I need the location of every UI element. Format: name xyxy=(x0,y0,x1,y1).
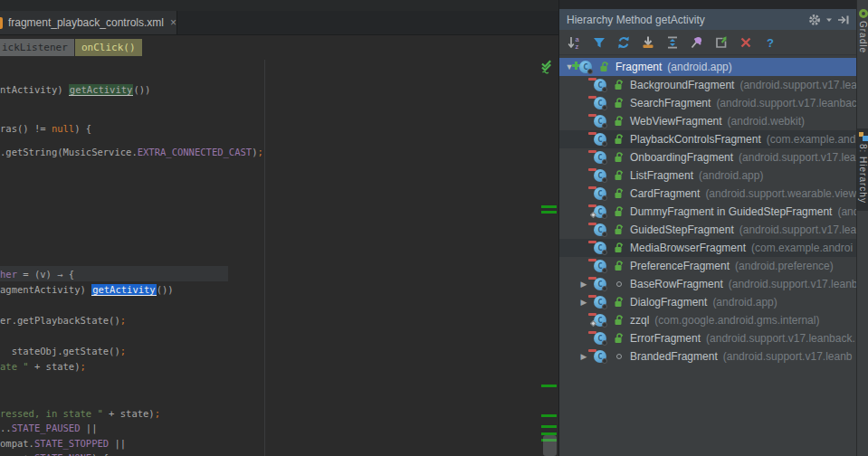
tree-row-backgroundfragment[interactable]: CBackgroundFragment(android.support.v17.… xyxy=(559,76,856,94)
expand-toggle-icon[interactable]: ▶ xyxy=(577,298,590,307)
public-lock-icon xyxy=(612,98,625,109)
package-name: (android.support.v17.lea xyxy=(739,223,856,236)
public-lock-icon xyxy=(612,152,625,163)
code-token: STATE_STOPPED xyxy=(34,438,109,449)
chip-onclick[interactable]: onClick() xyxy=(75,39,142,56)
panel-title-bar: Hierarchy Method getActivity xyxy=(559,9,856,30)
code-token: .. xyxy=(0,423,12,433)
code-line[interactable]: + STATE_NONE) { xyxy=(0,451,109,456)
code-token: her xyxy=(0,269,17,280)
code-token: STATE_NONE xyxy=(34,452,91,456)
package-name: (android.app) xyxy=(667,61,731,73)
stripe-tab-label: 8: Hierarchy xyxy=(858,144,868,204)
pin-icon[interactable] xyxy=(690,35,704,50)
hide-panel-icon[interactable] xyxy=(836,13,851,27)
public-lock-icon xyxy=(612,315,625,326)
sort-alphabetically-icon[interactable]: a z xyxy=(568,35,582,50)
package-private-icon xyxy=(612,354,625,359)
tree-row-brandedfragment[interactable]: ▶CBrandedFragment(android.support.v17.le… xyxy=(559,347,856,366)
gradle-icon xyxy=(859,9,868,18)
stripe-tab-gradle[interactable]: Gradle xyxy=(857,5,868,53)
code-line[interactable]: agmentActivity) getActivity()) xyxy=(0,282,174,298)
export-icon[interactable] xyxy=(714,35,729,50)
code-token: ressed, in state " xyxy=(0,408,109,419)
code-token: ras() != xyxy=(0,123,52,134)
code-token: ) { xyxy=(91,452,109,456)
tree-row-dialogfragment[interactable]: ▶CDialogFragment(android.app) xyxy=(559,293,856,311)
tree-row-fragment[interactable]: ▼CFragment(android.app) xyxy=(559,58,856,76)
gear-icon[interactable] xyxy=(807,13,822,27)
tree-row-webviewfragment[interactable]: CWebViewFragment(android.webkit) xyxy=(559,112,856,130)
code-line[interactable]: er.getPlaybackState(); xyxy=(0,313,126,328)
editor-scrollbar-thumb[interactable] xyxy=(543,435,557,456)
tree-row-dummyfragment[interactable]: CDummyFragment in GuidedStepFragment(and xyxy=(559,203,856,221)
code-line[interactable]: .getString(MusicService.EXTRA_CONNECTED_… xyxy=(0,145,263,160)
code-line[interactable]: ressed, in state " + state); xyxy=(0,406,160,422)
code-line[interactable]: ..STATE_PAUSED || xyxy=(0,421,97,436)
code-line[interactable]: ntActivity) getActivity()) xyxy=(0,82,150,98)
code-token: + state) xyxy=(109,408,155,419)
class-name: zzql xyxy=(630,314,649,327)
package-name: (android.support.v17.leanback. xyxy=(706,332,855,345)
expand-toggle-icon[interactable]: ▶ xyxy=(577,352,590,361)
tree-row-onboardingfragment[interactable]: COnboardingFragment(android.support.v17.… xyxy=(559,148,856,166)
inspection-ok-icon[interactable] xyxy=(539,59,555,75)
class-icon: C xyxy=(590,204,612,219)
tree-row-mediabrowserfragment[interactable]: CMediaBrowserFragment(com.example.androi xyxy=(559,239,856,257)
editor-tab[interactable]: fragment_playback_controls.xml × xyxy=(0,11,177,34)
tree-row-playbackcontrolsfragment[interactable]: CPlaybackControlsFragment(com.example.an… xyxy=(559,130,856,148)
change-marker xyxy=(541,385,557,387)
package-name: (com.example.androi xyxy=(751,242,853,254)
code-token: = (v) → { xyxy=(17,269,74,280)
public-lock-icon xyxy=(612,333,625,344)
class-name: PreferenceFragment xyxy=(630,260,730,272)
highlighted-occurrence: getActivity xyxy=(69,84,134,96)
tree-row-preferencefragment[interactable]: CPreferenceFragment(android.preference) xyxy=(559,257,856,275)
class-name: BaseRowFragment xyxy=(630,278,723,290)
panel-title: Hierarchy Method getActivity xyxy=(567,14,807,26)
chevron-down-icon[interactable] xyxy=(825,16,833,24)
package-name: (android.app) xyxy=(699,169,763,182)
class-name: BrandedFragment xyxy=(630,350,718,363)
class-modifier-badge xyxy=(602,159,607,165)
tree-row-cardfragment[interactable]: CCardFragment(android.support.wearable.v… xyxy=(559,185,856,203)
expand-toggle-icon[interactable]: ▶ xyxy=(577,280,590,289)
tree-row-baserowfragment[interactable]: ▶CBaseRowFragment(android.support.v17.le… xyxy=(559,275,856,293)
code-editor[interactable]: ntActivity) getActivity())ras() != null)… xyxy=(0,60,559,456)
code-line[interactable]: stateObj.getState(); xyxy=(0,344,126,359)
code-line[interactable]: ompat.STATE_STOPPED || xyxy=(0,436,126,451)
help-icon[interactable]: ? xyxy=(763,35,777,50)
panel-top-strip xyxy=(559,0,856,9)
tree-row-searchfragment[interactable]: CSearchFragment(android.support.v17.lean… xyxy=(559,94,856,112)
change-marker xyxy=(541,205,557,208)
package-name: (android.support.wearable.view xyxy=(705,187,856,200)
package-name: (and xyxy=(837,205,856,218)
refresh-icon[interactable] xyxy=(616,35,631,50)
import-icon[interactable] xyxy=(641,35,655,50)
code-line[interactable]: ras() != null) { xyxy=(0,121,91,137)
close-icon[interactable] xyxy=(739,35,753,50)
class-icon: C xyxy=(590,150,612,165)
code-token: + state) xyxy=(34,361,81,372)
public-lock-icon xyxy=(612,116,625,127)
code-token: ; xyxy=(155,408,160,419)
class-name: MediaBrowserFragment xyxy=(630,242,746,254)
tab-close-icon[interactable]: × xyxy=(170,16,176,29)
stripe-tab-hierarchy[interactable]: 8: Hierarchy xyxy=(857,128,868,211)
class-icon: C xyxy=(590,132,612,147)
code-line[interactable]: ate " + state); xyxy=(0,359,86,375)
code-token: ompat. xyxy=(0,438,34,449)
tree-row-zzql[interactable]: Czzql(com.google.android.gms.internal) xyxy=(559,311,856,329)
code-token: || xyxy=(109,438,126,449)
filter-icon[interactable] xyxy=(592,35,606,50)
svg-text:?: ? xyxy=(767,36,774,50)
code-line[interactable]: her = (v) → { xyxy=(0,267,74,282)
public-lock-icon xyxy=(612,242,625,253)
tree-row-listfragment[interactable]: CListFragment(android.app) xyxy=(559,166,856,185)
class-name: SearchFragment xyxy=(630,97,711,109)
package-name: (android.webkit) xyxy=(728,115,805,128)
chip-clicklistener[interactable]: ickListener xyxy=(0,39,74,56)
tree-row-guidedstepfragment[interactable]: CGuidedStepFragment(android.support.v17.… xyxy=(559,221,856,239)
tree-row-errorfragment[interactable]: CErrorFragment(android.support.v17.leanb… xyxy=(559,329,856,347)
expand-collapse-icon[interactable] xyxy=(665,35,680,50)
